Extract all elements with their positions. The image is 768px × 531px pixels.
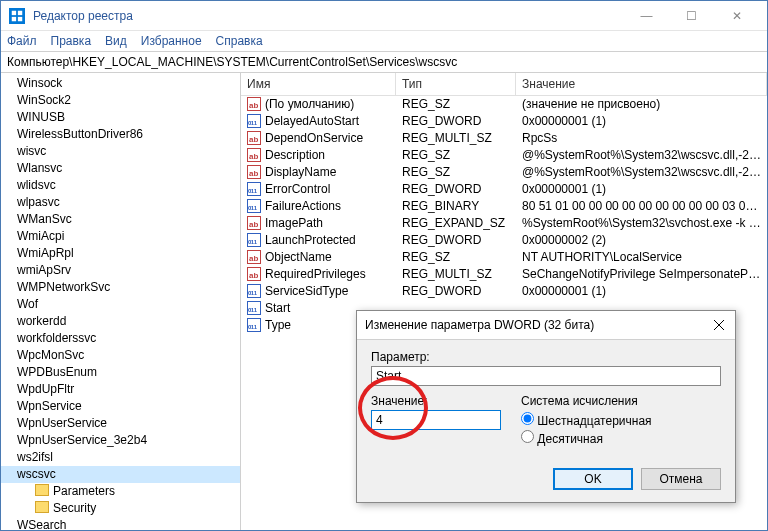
list-header: Имя Тип Значение xyxy=(241,73,767,96)
menu-file[interactable]: Файл xyxy=(7,34,37,48)
tree-item[interactable]: Wof xyxy=(1,296,240,313)
value-type: REG_SZ xyxy=(396,164,516,181)
string-value-icon xyxy=(247,267,261,281)
value-data: 0x00000001 (1) xyxy=(516,113,767,130)
menu-favorites[interactable]: Избранное xyxy=(141,34,202,48)
tree-item[interactable]: WinSock2 xyxy=(1,92,240,109)
minimize-button[interactable]: — xyxy=(624,1,669,31)
tree-item[interactable]: Parameters xyxy=(1,483,240,500)
value-type: REG_MULTI_SZ xyxy=(396,130,516,147)
value-type: REG_DWORD xyxy=(396,113,516,130)
value-data: SeChangeNotifyPrivilege SeImpersonatePri… xyxy=(516,266,767,283)
binary-value-icon xyxy=(247,284,261,298)
tree-item[interactable]: WirelessButtonDriver86 xyxy=(1,126,240,143)
registry-value-row[interactable]: DisplayNameREG_SZ@%SystemRoot%\System32\… xyxy=(241,164,767,181)
registry-value-row[interactable]: LaunchProtectedREG_DWORD0x00000002 (2) xyxy=(241,232,767,249)
radix-dec-option[interactable]: Десятичная xyxy=(521,430,652,446)
tree-item[interactable]: WpcMonSvc xyxy=(1,347,240,364)
tree-item[interactable]: Security xyxy=(1,500,240,517)
tree-item[interactable]: Wlansvc xyxy=(1,160,240,177)
column-type[interactable]: Тип xyxy=(396,73,516,95)
radix-hex-option[interactable]: Шестнадцатеричная xyxy=(521,412,652,428)
radix-dec-radio[interactable] xyxy=(521,430,534,443)
tree-item[interactable]: wisvc xyxy=(1,143,240,160)
tree-pane[interactable]: WinsockWinSock2WINUSBWirelessButtonDrive… xyxy=(1,73,241,530)
tree-item[interactable]: WpnUserService_3e2b4 xyxy=(1,432,240,449)
registry-value-row[interactable]: (По умолчанию)REG_SZ(значение не присвое… xyxy=(241,96,767,113)
value-input[interactable] xyxy=(371,410,501,430)
value-name: FailureActions xyxy=(265,199,341,213)
registry-value-row[interactable]: DependOnServiceREG_MULTI_SZRpcSs xyxy=(241,130,767,147)
value-name: (По умолчанию) xyxy=(265,97,354,111)
address-bar[interactable]: Компьютер\HKEY_LOCAL_MACHINE\SYSTEM\Curr… xyxy=(1,51,767,73)
svg-rect-1 xyxy=(18,10,22,14)
binary-value-icon xyxy=(247,318,261,332)
value-name: DependOnService xyxy=(265,131,363,145)
value-name: Description xyxy=(265,148,325,162)
tree-item[interactable]: WSearch xyxy=(1,517,240,530)
menubar: Файл Правка Вид Избранное Справка xyxy=(1,31,767,51)
tree-item[interactable]: ws2ifsl xyxy=(1,449,240,466)
registry-value-row[interactable]: ImagePathREG_EXPAND_SZ%SystemRoot%\Syste… xyxy=(241,215,767,232)
string-value-icon xyxy=(247,165,261,179)
value-label: Значение: xyxy=(371,394,501,408)
menu-help[interactable]: Справка xyxy=(216,34,263,48)
value-data: @%SystemRoot%\System32\wscsvc.dll,-201 xyxy=(516,147,767,164)
cancel-button[interactable]: Отмена xyxy=(641,468,721,490)
binary-value-icon xyxy=(247,182,261,196)
dialog-titlebar: Изменение параметра DWORD (32 бита) xyxy=(357,311,735,340)
tree-item[interactable]: wlpasvc xyxy=(1,194,240,211)
value-name: RequiredPrivileges xyxy=(265,267,366,281)
tree-item[interactable]: WINUSB xyxy=(1,109,240,126)
tree-item[interactable]: WMPNetworkSvc xyxy=(1,279,240,296)
tree-item[interactable]: wmiApSrv xyxy=(1,262,240,279)
value-data: 0x00000002 (2) xyxy=(516,232,767,249)
svg-rect-2 xyxy=(12,16,16,20)
tree-item[interactable]: WpnService xyxy=(1,398,240,415)
string-value-icon xyxy=(247,216,261,230)
tree-item[interactable]: workfolderssvc xyxy=(1,330,240,347)
registry-value-row[interactable]: DescriptionREG_SZ@%SystemRoot%\System32\… xyxy=(241,147,767,164)
registry-value-row[interactable]: ObjectNameREG_SZNT AUTHORITY\LocalServic… xyxy=(241,249,767,266)
value-data: NT AUTHORITY\LocalService xyxy=(516,249,767,266)
tree-item[interactable]: WmiApRpl xyxy=(1,245,240,262)
column-value[interactable]: Значение xyxy=(516,73,767,95)
value-data: 0x00000001 (1) xyxy=(516,283,767,300)
string-value-icon xyxy=(247,148,261,162)
tree-item[interactable]: workerdd xyxy=(1,313,240,330)
registry-value-row[interactable]: ServiceSidTypeREG_DWORD0x00000001 (1) xyxy=(241,283,767,300)
dialog-title: Изменение параметра DWORD (32 бита) xyxy=(365,318,711,332)
tree-item[interactable]: WPDBusEnum xyxy=(1,364,240,381)
tree-item[interactable]: WManSvc xyxy=(1,211,240,228)
radix-label: Система исчисления xyxy=(521,394,652,408)
value-name: ServiceSidType xyxy=(265,284,348,298)
value-name: ImagePath xyxy=(265,216,323,230)
column-name[interactable]: Имя xyxy=(241,73,396,95)
value-data: 80 51 01 00 00 00 00 00 00 00 00 00 03 0… xyxy=(516,198,767,215)
registry-value-row[interactable]: DelayedAutoStartREG_DWORD0x00000001 (1) xyxy=(241,113,767,130)
radix-dec-label: Десятичная xyxy=(537,432,603,446)
tree-item[interactable]: wlidsvc xyxy=(1,177,240,194)
tree-item[interactable]: WpnUserService xyxy=(1,415,240,432)
ok-button[interactable]: OK xyxy=(553,468,633,490)
value-type: REG_SZ xyxy=(396,147,516,164)
tree-item[interactable]: wscsvc xyxy=(1,466,240,483)
dialog-close-button[interactable] xyxy=(711,317,727,333)
registry-value-row[interactable]: FailureActionsREG_BINARY80 51 01 00 00 0… xyxy=(241,198,767,215)
close-button[interactable]: ✕ xyxy=(714,1,759,31)
value-data: @%SystemRoot%\System32\wscsvc.dll,-200 xyxy=(516,164,767,181)
tree-item[interactable]: WpdUpFltr xyxy=(1,381,240,398)
tree-item[interactable]: Winsock xyxy=(1,75,240,92)
registry-value-row[interactable]: ErrorControlREG_DWORD0x00000001 (1) xyxy=(241,181,767,198)
value-data: %SystemRoot%\System32\svchost.exe -k Loc… xyxy=(516,215,767,232)
tree-item[interactable]: WmiAcpi xyxy=(1,228,240,245)
value-type: REG_SZ xyxy=(396,249,516,266)
registry-value-row[interactable]: RequiredPrivilegesREG_MULTI_SZSeChangeNo… xyxy=(241,266,767,283)
binary-value-icon xyxy=(247,199,261,213)
value-data: (значение не присвоено) xyxy=(516,96,767,113)
maximize-button[interactable]: ☐ xyxy=(669,1,714,31)
menu-edit[interactable]: Правка xyxy=(51,34,92,48)
radix-hex-radio[interactable] xyxy=(521,412,534,425)
value-name: LaunchProtected xyxy=(265,233,356,247)
menu-view[interactable]: Вид xyxy=(105,34,127,48)
